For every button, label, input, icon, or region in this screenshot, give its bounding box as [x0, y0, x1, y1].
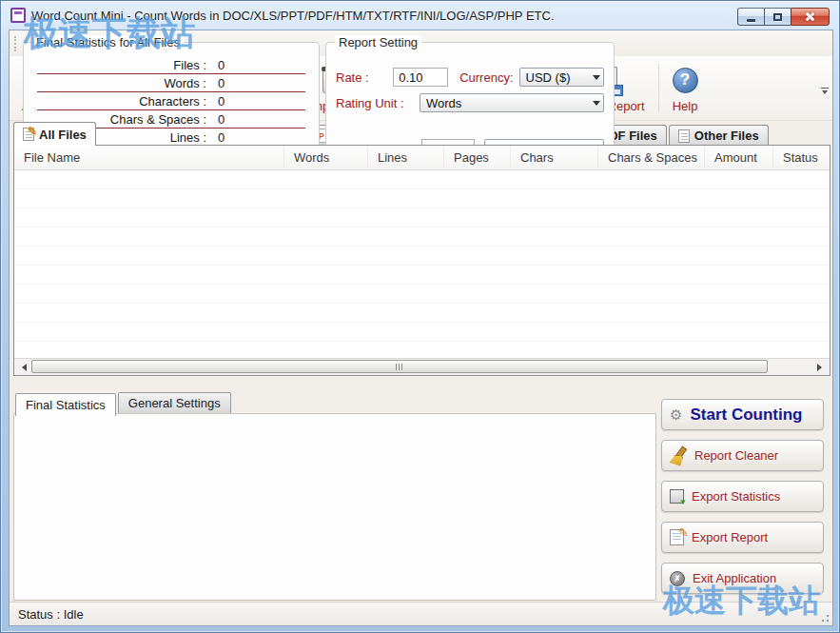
maximize-icon: [773, 13, 782, 21]
report-setting-title: Report Setting: [335, 35, 421, 49]
tab-all-files[interactable]: ✎ All Files: [13, 122, 96, 146]
stat-value-characters: 0: [218, 94, 225, 109]
horizontal-scrollbar: [14, 358, 830, 375]
currency-label: Currency:: [459, 70, 513, 85]
help-icon: ?: [673, 64, 698, 96]
chevron-down-icon: [589, 71, 603, 84]
scroll-right-button[interactable]: [813, 360, 830, 375]
tab-final-statistics[interactable]: Final Statistics: [15, 393, 116, 416]
chevron-down-icon: [589, 97, 603, 109]
export-statistics-button[interactable]: Export Statistics: [661, 481, 824, 512]
start-counting-button[interactable]: ⚙ Start Counting: [661, 399, 824, 430]
stat-value-lines: 0: [218, 130, 225, 145]
column-chars-spaces[interactable]: Chars & Spaces: [598, 146, 705, 169]
column-status[interactable]: Status: [773, 146, 830, 169]
status-bar: Status : Idle: [10, 602, 832, 625]
final-statistics-title: Final Statistics for All Files: [32, 35, 184, 49]
tab-general-settings[interactable]: General Settings: [118, 392, 231, 413]
stat-row-files: Files : 0: [37, 56, 305, 74]
minimize-button[interactable]: [737, 8, 765, 26]
action-buttons: ⚙ Start Counting Report Cleaner Export S…: [661, 399, 824, 603]
maximize-button[interactable]: [765, 8, 791, 26]
table-header: File Name Words Lines Pages Chars Chars …: [14, 146, 830, 170]
app-window: Word Count Mini - Count Words in DOC/XLS…: [0, 0, 840, 633]
document-pencil-icon: ✎: [670, 529, 684, 545]
menubar-grip: [14, 36, 17, 51]
rating-unit-select[interactable]: Words: [420, 93, 604, 112]
column-chars[interactable]: Chars: [511, 146, 598, 169]
final-statistics-page: [13, 413, 656, 601]
exit-application-button[interactable]: ✗ Exit Application: [661, 563, 824, 594]
column-lines[interactable]: Lines: [368, 146, 444, 169]
all-files-icon: ✎: [23, 128, 34, 141]
scroll-right-icon: [817, 364, 826, 371]
column-words[interactable]: Words: [284, 146, 368, 169]
stat-row-characters: Characters : 0: [37, 92, 305, 110]
exit-icon: ✗: [670, 571, 685, 586]
column-amount[interactable]: Amount: [705, 146, 773, 169]
window-controls: [737, 8, 830, 26]
toolbar-overflow-button[interactable]: [817, 56, 832, 120]
other-files-icon: [678, 129, 690, 143]
app-icon: [10, 8, 26, 23]
rate-label: Rate :: [336, 70, 393, 85]
stat-value-words: 0: [218, 76, 225, 90]
client-area: File Tools Help + Add Files ✦ Add Folder…: [9, 30, 833, 626]
status-text: Status : Idle: [18, 607, 84, 622]
close-icon: [805, 11, 815, 22]
table-body-empty[interactable]: [14, 170, 830, 358]
scroll-left-icon: [18, 364, 27, 371]
resize-grip[interactable]: [818, 611, 830, 623]
column-pages[interactable]: Pages: [444, 146, 511, 169]
gear-icon: ⚙: [670, 407, 682, 422]
title-bar: Word Count Mini - Count Words in DOC/XLS…: [1, 1, 839, 30]
tab-other-files[interactable]: Other Files: [669, 125, 769, 146]
stat-row-words: Words : 0: [37, 74, 305, 92]
close-button[interactable]: [791, 8, 830, 26]
help-button[interactable]: ? Help: [660, 56, 711, 120]
stat-value-files: 0: [218, 58, 225, 72]
window-title: Word Count Mini - Count Words in DOC/XLS…: [31, 9, 555, 23]
rate-input[interactable]: [393, 68, 448, 87]
rating-unit-label: Rating Unit :: [336, 96, 420, 110]
report-cleaner-button[interactable]: Report Cleaner: [661, 440, 824, 471]
chevron-down-icon: [821, 88, 829, 89]
minimize-icon: [747, 19, 755, 22]
disk-export-icon: [670, 489, 684, 504]
column-file-name[interactable]: File Name: [14, 146, 284, 169]
scrollbar-thumb[interactable]: [31, 360, 768, 373]
broom-icon: [670, 447, 687, 465]
stat-value-chars-spaces: 0: [218, 112, 225, 127]
file-table: File Name Words Lines Pages Chars Chars …: [13, 145, 830, 376]
bottom-tabs: Final Statistics General Settings: [15, 392, 231, 415]
scroll-left-button[interactable]: [14, 360, 30, 375]
toolbar-separator: [658, 64, 659, 112]
export-report-button[interactable]: ✎ Export Report: [661, 522, 824, 553]
currency-select[interactable]: USD ($): [519, 68, 604, 87]
scrollbar-track[interactable]: [30, 359, 813, 375]
